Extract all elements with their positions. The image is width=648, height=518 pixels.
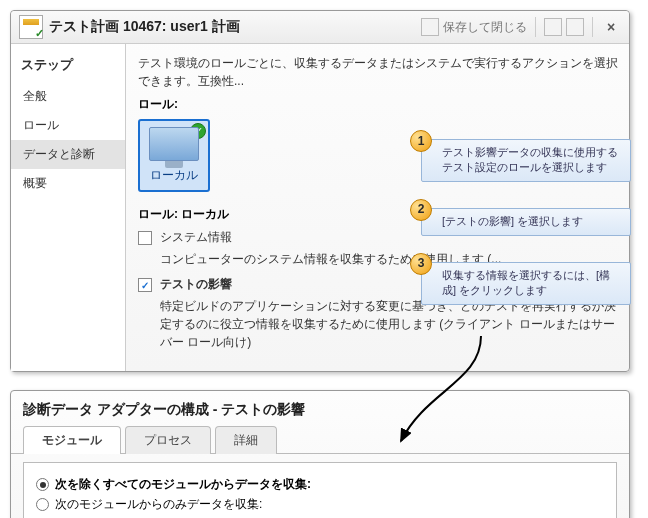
callout-number: 1 xyxy=(410,130,432,152)
monitor-icon xyxy=(149,127,199,161)
close-icon[interactable]: × xyxy=(601,17,621,37)
toolbar-btn-2[interactable] xyxy=(566,18,584,36)
checkbox-system-info[interactable] xyxy=(138,231,152,245)
callout-text: テスト影響データの収集に使用するテスト設定のロールを選択します xyxy=(442,146,618,173)
sidebar-header: ステップ xyxy=(11,50,125,82)
role-tile-local[interactable]: ✓ ローカル xyxy=(138,119,210,192)
sidebar-item-roles[interactable]: ロール xyxy=(11,111,125,140)
sidebar-item-data-diagnostics[interactable]: データと診断 xyxy=(11,140,125,169)
window-title: テスト計画 10467: user1 計画 xyxy=(49,18,240,36)
callout-1: 1 テスト影響データの収集に使用するテスト設定のロールを選択します xyxy=(421,139,631,182)
role-tile-label: ローカル xyxy=(146,167,202,184)
tab-processes[interactable]: プロセス xyxy=(125,426,211,454)
step-sidebar: ステップ 全般 ロール データと診断 概要 xyxy=(11,44,126,371)
callout-text: [テストの影響] を選択します xyxy=(442,215,583,227)
radio-include-label: 次のモジュールからのみデータを収集: xyxy=(55,496,262,513)
plan-icon xyxy=(19,15,43,39)
tab-modules[interactable]: モジュール xyxy=(23,426,121,454)
callout-text: 収集する情報を選択するには、[構成] をクリックします xyxy=(442,269,610,296)
checkbox-test-impact[interactable] xyxy=(138,278,152,292)
separator xyxy=(535,17,536,37)
save-icon[interactable] xyxy=(421,18,439,36)
radio-exclude-label: 次を除くすべてのモジュールからデータを収集: xyxy=(55,476,311,493)
callout-3: 3 収集する情報を選択するには、[構成] をクリックします xyxy=(421,262,631,305)
toolbar-btn-1[interactable] xyxy=(544,18,562,36)
save-and-close-button[interactable]: 保存して閉じる xyxy=(443,19,527,36)
radio-exclude-modules[interactable] xyxy=(36,478,49,491)
sidebar-item-summary[interactable]: 概要 xyxy=(11,169,125,198)
callout-number: 2 xyxy=(410,199,432,221)
separator xyxy=(592,17,593,37)
roles-label: ロール: xyxy=(138,96,619,113)
callout-2: 2 [テストの影響] を選択します xyxy=(421,208,631,236)
system-info-label: システム情報 xyxy=(160,229,232,246)
sidebar-item-general[interactable]: 全般 xyxy=(11,82,125,111)
callout-number: 3 xyxy=(410,253,432,275)
dialog-title: 診断データ アダプターの構成 - テストの影響 xyxy=(11,391,629,425)
test-impact-label: テストの影響 xyxy=(160,276,232,293)
help-text: テスト環境のロールごとに、収集するデータまたはシステムで実行するアクションを選択… xyxy=(138,54,619,90)
radio-include-modules[interactable] xyxy=(36,498,49,511)
tab-details[interactable]: 詳細 xyxy=(215,426,277,454)
